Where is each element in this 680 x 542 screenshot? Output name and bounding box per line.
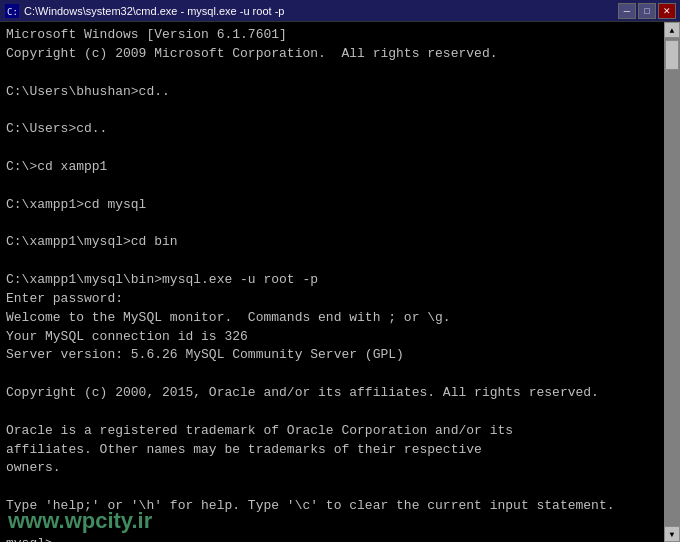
console-line: affiliates. Other names may be trademark… — [6, 441, 658, 460]
console-line: C:\Users\bhushan>cd.. — [6, 83, 658, 102]
console-line — [6, 403, 658, 422]
console-line — [6, 177, 658, 196]
title-bar-left: C: C:\Windows\system32\cmd.exe - mysql.e… — [4, 3, 284, 19]
console-line: Microsoft Windows [Version 6.1.7601] — [6, 26, 658, 45]
console-content[interactable]: Microsoft Windows [Version 6.1.7601]Copy… — [0, 22, 664, 542]
console-wrapper: Microsoft Windows [Version 6.1.7601]Copy… — [0, 22, 680, 542]
console-line: C:\xampp1>cd mysql — [6, 196, 658, 215]
console-line: Copyright (c) 2009 Microsoft Corporation… — [6, 45, 658, 64]
console-line — [6, 365, 658, 384]
scrollbar: ▲ ▼ — [664, 22, 680, 542]
maximize-button[interactable]: □ — [638, 3, 656, 19]
scrollbar-track — [664, 38, 680, 526]
console-line: Oracle is a registered trademark of Orac… — [6, 422, 658, 441]
title-bar: C: C:\Windows\system32\cmd.exe - mysql.e… — [0, 0, 680, 22]
close-button[interactable]: ✕ — [658, 3, 676, 19]
console-line: Enter password: — [6, 290, 658, 309]
title-bar-text: C:\Windows\system32\cmd.exe - mysql.exe … — [24, 5, 284, 17]
console-line: Server version: 5.6.26 MySQL Community S… — [6, 346, 658, 365]
scrollbar-down-button[interactable]: ▼ — [664, 526, 680, 542]
console-line: C:\Users>cd.. — [6, 120, 658, 139]
scrollbar-up-button[interactable]: ▲ — [664, 22, 680, 38]
title-bar-buttons: ─ □ ✕ — [618, 3, 676, 19]
console-line: Copyright (c) 2000, 2015, Oracle and/or … — [6, 384, 658, 403]
console-line: C:\xampp1\mysql>cd bin — [6, 233, 658, 252]
minimize-button[interactable]: ─ — [618, 3, 636, 19]
svg-text:C:: C: — [7, 7, 18, 17]
scrollbar-thumb[interactable] — [665, 40, 679, 70]
console-line: C:\>cd xampp1 — [6, 158, 658, 177]
console-line — [6, 478, 658, 497]
window: C: C:\Windows\system32\cmd.exe - mysql.e… — [0, 0, 680, 542]
cmd-icon: C: — [4, 3, 20, 19]
console-line — [6, 101, 658, 120]
console-line: mysql> — [6, 535, 658, 542]
console-line — [6, 214, 658, 233]
console-line: C:\xampp1\mysql\bin>mysql.exe -u root -p — [6, 271, 658, 290]
console-line: Your MySQL connection id is 326 — [6, 328, 658, 347]
watermark: www.wpcity.ir — [8, 508, 152, 534]
console-line: owners. — [6, 459, 658, 478]
console-line — [6, 252, 658, 271]
console-line — [6, 64, 658, 83]
console-line — [6, 139, 658, 158]
console-line: Welcome to the MySQL monitor. Commands e… — [6, 309, 658, 328]
